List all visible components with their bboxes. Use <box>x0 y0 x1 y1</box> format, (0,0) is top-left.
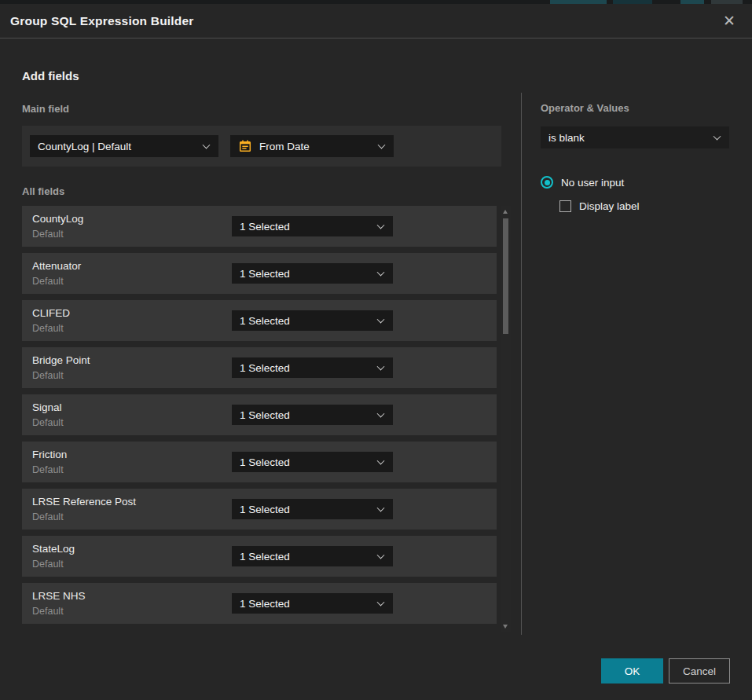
field-name: Attenuator <box>32 260 81 272</box>
field-selection-value: 1 Selected <box>240 315 290 327</box>
field-selection-value: 1 Selected <box>240 362 290 374</box>
ok-button[interactable]: OK <box>601 658 663 684</box>
field-selection-dropdown[interactable]: 1 Selected <box>232 452 393 472</box>
field-subtitle: Default <box>32 606 64 617</box>
no-user-input-radio[interactable]: No user input <box>541 176 624 189</box>
field-selection-value: 1 Selected <box>240 221 290 233</box>
field-subtitle: Default <box>32 370 64 381</box>
calendar-icon <box>238 139 252 153</box>
all-fields-label: All fields <box>22 185 64 197</box>
chevron-down-icon <box>377 316 385 324</box>
field-row: CLIFED Default 1 Selected <box>22 300 497 341</box>
cancel-button[interactable]: Cancel <box>669 658 730 684</box>
field-name: Friction <box>32 449 67 460</box>
field-subtitle: Default <box>32 417 64 428</box>
chevron-down-icon <box>377 457 385 465</box>
field-subtitle: Default <box>32 511 64 522</box>
chevron-down-icon <box>377 410 385 418</box>
chevron-down-icon <box>377 222 385 229</box>
chevron-down-icon <box>377 363 385 371</box>
scroll-up-icon[interactable] <box>503 210 508 214</box>
field-selection-value: 1 Selected <box>240 268 290 280</box>
field-name: CLIFED <box>32 307 70 319</box>
radio-selected-icon <box>541 176 553 189</box>
field-selection-value: 1 Selected <box>240 598 290 610</box>
layer-dropdown[interactable]: CountyLog | Default <box>30 135 218 157</box>
field-selection-dropdown[interactable]: 1 Selected <box>232 405 393 425</box>
chevron-down-icon <box>377 599 385 607</box>
no-user-input-label: No user input <box>561 177 624 189</box>
field-row: Friction Default 1 Selected <box>22 442 497 482</box>
dialog-footer: OK Cancel <box>601 658 730 684</box>
add-fields-heading: Add fields <box>22 69 79 82</box>
field-selection-value: 1 Selected <box>240 504 290 515</box>
field-row: Attenuator Default 1 Selected <box>22 253 497 294</box>
field-name: StateLog <box>32 543 75 555</box>
field-name: Bridge Point <box>32 354 90 366</box>
field-subtitle: Default <box>32 276 64 287</box>
main-field-label: Main field <box>22 103 69 115</box>
field-dropdown[interactable]: From Date <box>230 135 394 157</box>
field-selection-dropdown[interactable]: 1 Selected <box>232 357 393 378</box>
field-name: LRSE Reference Post <box>32 496 136 508</box>
operator-values-panel: Operator & Values is blank No user input… <box>541 93 729 114</box>
dialog-title: Group SQL Expression Builder <box>10 14 194 28</box>
field-row: LRSE NHS Default 1 Selected <box>22 583 497 624</box>
dialog-header: Group SQL Expression Builder ✕ <box>0 4 752 38</box>
field-dropdown-value: From Date <box>259 141 310 152</box>
field-row: CountyLog Default 1 Selected <box>22 206 497 247</box>
field-selection-value: 1 Selected <box>240 409 290 421</box>
field-selection-dropdown[interactable]: 1 Selected <box>232 263 393 284</box>
main-field-box: CountyLog | Default From Date <box>22 126 501 167</box>
operator-value: is blank <box>548 132 585 144</box>
chevron-down-icon <box>713 133 721 141</box>
display-label-text: Display label <box>579 200 640 212</box>
field-selection-value: 1 Selected <box>240 456 290 468</box>
group-sql-expression-builder-dialog: Group SQL Expression Builder ✕ Add field… <box>0 4 752 700</box>
operator-values-label: Operator & Values <box>541 102 729 114</box>
close-icon[interactable]: ✕ <box>717 9 741 32</box>
field-name: CountyLog <box>32 213 83 225</box>
list-scrollbar[interactable] <box>501 206 511 632</box>
chevron-down-icon <box>203 141 211 149</box>
panel-divider <box>521 93 522 635</box>
scroll-down-icon[interactable] <box>503 625 508 629</box>
field-selection-dropdown[interactable]: 1 Selected <box>232 593 393 614</box>
field-row: LRSE Reference Post Default 1 Selected <box>22 489 497 530</box>
field-row: Bridge Point Default 1 Selected <box>22 347 497 388</box>
field-selection-dropdown[interactable]: 1 Selected <box>232 310 393 331</box>
field-selection-dropdown[interactable]: 1 Selected <box>232 499 393 519</box>
all-fields-list: CountyLog Default 1 Selected Attenuator … <box>22 206 497 630</box>
field-row: Signal Default 1 Selected <box>22 394 497 435</box>
operator-dropdown[interactable]: is blank <box>541 126 729 148</box>
field-selection-dropdown[interactable]: 1 Selected <box>232 546 393 566</box>
field-subtitle: Default <box>32 464 64 475</box>
field-subtitle: Default <box>32 229 64 240</box>
field-subtitle: Default <box>32 559 64 570</box>
screen: Group SQL Expression Builder ✕ Add field… <box>0 0 752 700</box>
chevron-down-icon <box>377 552 385 559</box>
scrollbar-thumb[interactable] <box>503 218 508 334</box>
field-name: LRSE NHS <box>32 590 86 602</box>
field-selection-value: 1 Selected <box>240 551 290 563</box>
chevron-down-icon <box>377 269 385 277</box>
checkbox-unchecked-icon <box>559 200 571 212</box>
field-subtitle: Default <box>32 323 64 334</box>
layer-dropdown-value: CountyLog | Default <box>38 141 131 152</box>
display-label-checkbox[interactable]: Display label <box>559 200 640 212</box>
field-name: Signal <box>32 401 62 413</box>
chevron-down-icon <box>377 504 385 512</box>
chevron-down-icon <box>378 141 386 149</box>
field-selection-dropdown[interactable]: 1 Selected <box>232 216 393 236</box>
field-row: StateLog Default 1 Selected <box>22 536 497 577</box>
